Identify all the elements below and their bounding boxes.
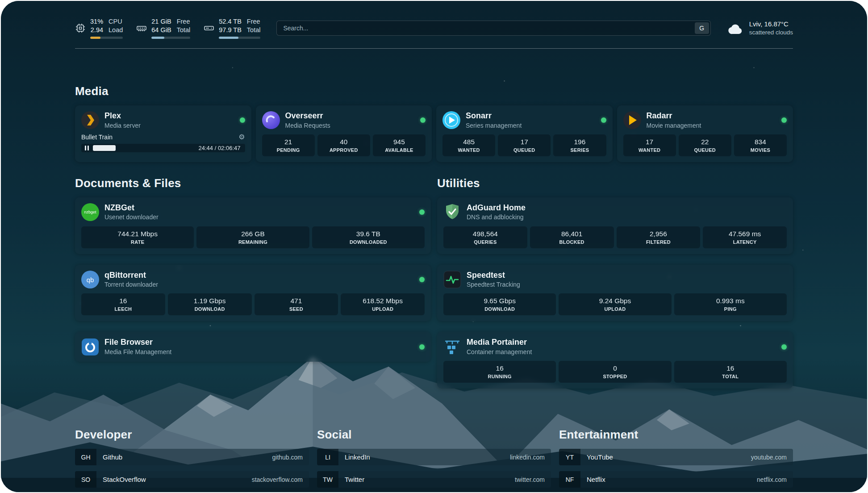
stat-series: 196SERIES — [553, 134, 606, 156]
overseerr-icon — [262, 111, 280, 129]
stat-movies: 834MOVIES — [734, 134, 787, 156]
service-card-qbittorrent[interactable]: qb qBittorrent Torrent downloader 16LEEC… — [75, 265, 431, 322]
service-card-adguard[interactable]: AdGuard Home DNS and adblocking 498,564Q… — [437, 197, 793, 254]
stat-leech: 16LEECH — [81, 293, 165, 315]
gear-icon[interactable]: ⚙ — [238, 134, 245, 141]
weather-location: Lviv, 16.87°C — [749, 20, 793, 29]
stat-upload: 618.52 MbpsUPLOAD — [341, 293, 425, 315]
service-card-nzbget[interactable]: nzbget NZBGet Usenet downloader 744.21 M… — [75, 197, 431, 254]
filebrowser-icon — [81, 338, 99, 356]
section-media: Media Plex Media server — [75, 84, 793, 162]
nzbget-icon: nzbget — [81, 203, 99, 221]
bookmark-name: StackOverflow — [96, 471, 146, 488]
cpu-load-label: Load — [108, 26, 123, 34]
stat-running: 16RUNNING — [443, 361, 556, 383]
status-dot — [601, 117, 606, 123]
bookmark-abbr: SO — [75, 471, 96, 488]
service-subtitle: Series management — [466, 121, 522, 130]
bookmark-name: LinkedIn — [338, 449, 370, 465]
stat-remaining: 266 GBREMAINING — [196, 226, 309, 248]
memory-progress-bar — [151, 37, 190, 39]
status-dot — [419, 344, 425, 350]
bookmark-abbr: LI — [317, 449, 338, 465]
disk-total-label: Total — [247, 26, 261, 34]
service-card-portainer[interactable]: Media Portainer Container management 16R… — [437, 332, 793, 389]
service-subtitle: Torrent downloader — [104, 280, 158, 288]
radarr-icon — [623, 111, 641, 129]
memory-progress-fill — [151, 37, 164, 39]
disk-widget: 52.4 TB 97.9 TB Free Total — [204, 17, 260, 39]
stat-total: 16TOTAL — [674, 361, 787, 383]
stat-latency: 47.569 msLATENCY — [703, 226, 787, 248]
section-title-documents: Documents & Files — [75, 176, 431, 190]
service-subtitle: Usenet downloader — [104, 213, 159, 221]
stat-queued: 22QUEUED — [679, 134, 731, 156]
status-dot — [240, 117, 245, 123]
sonarr-icon — [442, 111, 460, 129]
bookmark-stackoverflow[interactable]: SO StackOverflow stackoverflow.com — [75, 471, 309, 488]
service-card-radarr[interactable]: Radarr Movie management 17WANTED 22QUEUE… — [617, 105, 793, 162]
section-title-developer: Developer — [75, 428, 309, 442]
stat-upload: 9.24 GbpsUPLOAD — [559, 293, 671, 315]
disk-icon — [204, 23, 214, 33]
search-engine-button[interactable]: G — [695, 22, 709, 34]
cpu-usage-value: 31% — [90, 17, 103, 26]
bookmark-domain: twitter.com — [515, 471, 551, 488]
service-card-speedtest[interactable]: Speedtest Speedtest Tracking 9.65 GbpsDO… — [437, 265, 793, 322]
service-subtitle: Movie management — [647, 121, 701, 130]
bookmark-youtube[interactable]: YT YouTube youtube.com — [559, 449, 793, 465]
bookmark-name: Twitter — [338, 471, 364, 488]
stat-blocked: 86,401BLOCKED — [530, 226, 614, 248]
status-dot — [419, 209, 425, 215]
bookmark-domain: linkedin.com — [510, 449, 551, 465]
service-subtitle: Media Requests — [285, 121, 330, 130]
memory-widget: 21 GiB 64 GiB Free Total — [136, 17, 190, 39]
stat-approved: 40APPROVED — [317, 134, 370, 156]
stat-pending: 21PENDING — [262, 134, 315, 156]
resource-widgets: 31% 2.94 CPU Load — [75, 17, 260, 39]
disk-free-label: Free — [247, 17, 261, 26]
service-card-plex[interactable]: Plex Media server Bullet Train ⚙ 24:44 /… — [75, 105, 251, 162]
stat-queries: 498,564QUERIES — [443, 226, 527, 248]
header-divider — [75, 48, 793, 49]
stat-stopped: 0STOPPED — [559, 361, 671, 383]
bookmark-group-developer: Developer GH Github github.com SO StackO… — [75, 428, 309, 492]
playback-progress-bar[interactable]: 24:44 / 02:06:47 — [81, 144, 245, 152]
search-bar: G — [276, 21, 710, 36]
search-input[interactable] — [276, 21, 710, 36]
bookmark-abbr: NF — [559, 471, 580, 488]
section-documents: Documents & Files nzbget NZBGet Usenet d… — [75, 176, 431, 389]
bookmark-linkedin[interactable]: LI LinkedIn linkedin.com — [317, 449, 551, 465]
playback-progress-fill — [93, 145, 116, 151]
now-playing: Bullet Train ⚙ — [81, 134, 245, 141]
service-title: qBittorrent — [104, 271, 158, 280]
bookmark-group-entertainment: Entertainment YT YouTube youtube.com NF … — [559, 428, 793, 492]
section-title-media: Media — [75, 84, 793, 98]
header: 31% 2.94 CPU Load — [75, 14, 793, 42]
service-subtitle: Container management — [467, 348, 532, 356]
bookmark-twitter[interactable]: TW Twitter twitter.com — [317, 471, 551, 488]
weather-widget: Lviv, 16.87°C scattered clouds — [727, 20, 793, 36]
stat-downloaded: 39.6 TBDOWNLOADED — [312, 226, 425, 248]
service-card-overseerr[interactable]: Overseerr Media Requests 21PENDING 40APP… — [256, 105, 432, 162]
section-bookmarks: Developer GH Github github.com SO StackO… — [75, 428, 793, 492]
service-subtitle: DNS and adblocking — [467, 213, 526, 221]
disk-progress-bar — [219, 37, 260, 39]
status-dot — [420, 117, 426, 123]
pause-icon[interactable] — [85, 146, 89, 150]
bookmark-group-social: Social LI LinkedIn linkedin.com TW Twitt… — [317, 428, 551, 492]
service-title: Plex — [104, 111, 141, 121]
cpu-progress-fill — [90, 37, 100, 39]
cloud-icon — [727, 21, 744, 36]
service-card-filebrowser[interactable]: File Browser Media File Management — [75, 332, 431, 362]
status-dot — [781, 344, 787, 350]
dashboard-content: 31% 2.94 CPU Load — [1, 1, 867, 492]
stat-available: 945AVAILABLE — [373, 134, 426, 156]
bookmark-netflix[interactable]: NF Netflix netflix.com — [559, 471, 793, 488]
svg-text:nzbget: nzbget — [84, 210, 96, 214]
bookmark-github[interactable]: GH Github github.com — [75, 449, 309, 465]
memory-free-value: 21 GiB — [151, 17, 171, 26]
bookmark-abbr: GH — [75, 449, 96, 465]
service-card-sonarr[interactable]: Sonarr Series management 485WANTED 17QUE… — [436, 105, 613, 162]
section-title-social: Social — [317, 428, 551, 442]
